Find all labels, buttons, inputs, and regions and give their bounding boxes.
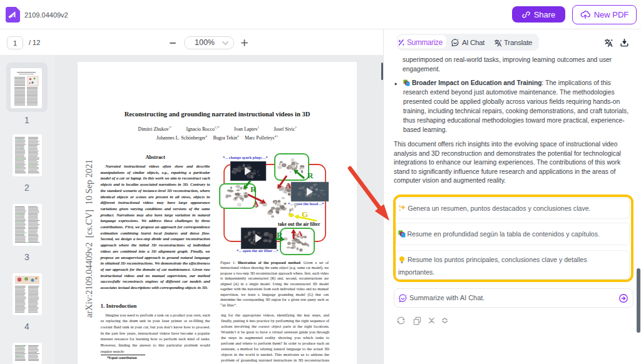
svg-text:G: G <box>302 210 308 219</box>
svg-text:A: A <box>253 199 259 208</box>
svg-text:A: A <box>297 229 303 238</box>
svg-text:take out the air filter: take out the air filter <box>278 221 320 227</box>
svg-text:R: R <box>307 171 314 180</box>
svg-text:R: R <box>277 230 283 240</box>
svg-text:R: R <box>250 185 257 194</box>
svg-text:A: A <box>285 181 292 190</box>
svg-text:*... open the hood ...*: *... open the hood ...* <box>288 201 324 206</box>
svg-text:*... change spark plugs ...*: *... change spark plugs ...* <box>223 155 268 159</box>
